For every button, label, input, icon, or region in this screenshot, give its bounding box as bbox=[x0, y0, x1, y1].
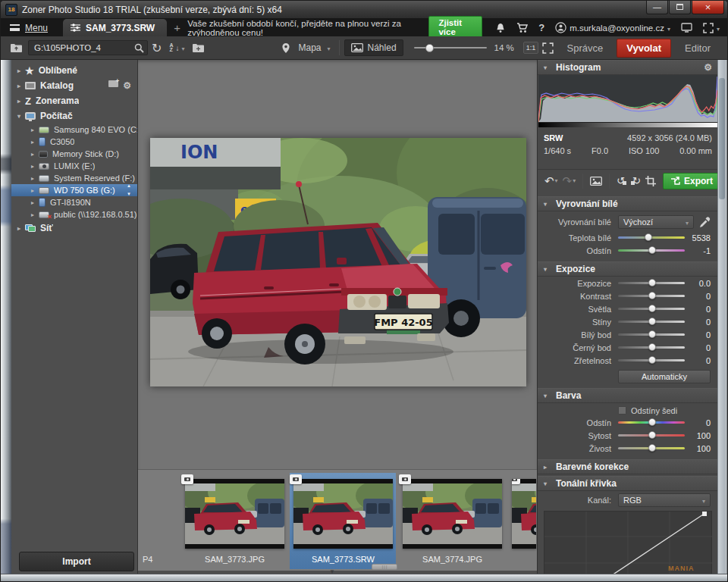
cart-button[interactable] bbox=[516, 23, 528, 33]
vibrance-slider[interactable] bbox=[618, 447, 685, 449]
black-point-row: Černý bod 0 bbox=[538, 341, 718, 354]
expand-arrow-icon[interactable] bbox=[17, 83, 25, 89]
help-button[interactable]: ? bbox=[538, 22, 544, 33]
search-icon[interactable] bbox=[134, 43, 144, 53]
tree-item-public-k[interactable]: × public (\\192.168.0.51) (K:) bbox=[11, 208, 137, 221]
new-folder-button[interactable] bbox=[192, 43, 205, 53]
mode-editor[interactable]: Editor bbox=[676, 39, 720, 57]
temperature-slider[interactable] bbox=[618, 236, 685, 239]
expand-arrow-icon[interactable] bbox=[17, 67, 25, 74]
tree-item-catalog[interactable]: Katalog bbox=[11, 78, 137, 93]
monitor-icon bbox=[681, 23, 692, 33]
phone-icon bbox=[39, 198, 46, 207]
rotate-right-button[interactable]: ↻ bbox=[631, 175, 641, 186]
new-tab-button[interactable]: + bbox=[167, 19, 187, 36]
panel-scrollbar-thumb[interactable] bbox=[719, 78, 725, 199]
tree-item-gt-i8190n[interactable]: GT-I8190N bbox=[11, 196, 137, 208]
import-button[interactable]: Import bbox=[19, 552, 134, 571]
color-corrections-header[interactable]: Barevné korekce bbox=[538, 459, 718, 474]
phone-icon bbox=[39, 137, 46, 146]
tree-item-drive-f[interactable]: System Reserved (F:) bbox=[11, 172, 137, 184]
fullscreen-menu[interactable] bbox=[703, 23, 720, 33]
filmstrip-scrollbar-thumb[interactable] bbox=[372, 564, 397, 570]
tree-item-drive-g-selected[interactable]: WD 750 GB (G:) ▲▼ bbox=[11, 184, 137, 196]
minimize-button[interactable]: — bbox=[646, 0, 668, 14]
compare-image-button[interactable] bbox=[590, 177, 602, 186]
path-input[interactable]: G:\105PHOTO_4 bbox=[28, 40, 148, 55]
hue-slider[interactable] bbox=[618, 421, 685, 424]
notifications-button[interactable] bbox=[495, 23, 506, 33]
main-menu-button[interactable]: Menu bbox=[1, 19, 57, 36]
tint-slider[interactable] bbox=[618, 249, 685, 252]
mode-develop[interactable]: Vyvolat bbox=[617, 39, 671, 58]
color-header[interactable]: Barva bbox=[538, 388, 718, 403]
sort-button[interactable]: AZ ↓ bbox=[169, 42, 184, 53]
panel-scrollbar[interactable] bbox=[717, 60, 725, 574]
expand-arrow-icon[interactable] bbox=[17, 98, 25, 105]
gear-icon[interactable] bbox=[704, 62, 712, 73]
white-point-slider[interactable] bbox=[618, 333, 685, 336]
tree-item-network[interactable]: Síť bbox=[11, 221, 137, 236]
zoom-100-button[interactable]: 1:1 bbox=[523, 42, 539, 54]
tree-item-drive-e[interactable]: LUMIX (E:) bbox=[11, 160, 137, 172]
gear-icon[interactable] bbox=[123, 80, 131, 91]
auto-button[interactable]: Automaticky bbox=[618, 370, 711, 383]
shadows-slider[interactable] bbox=[618, 321, 685, 323]
tree-item-favorites[interactable]: Oblíbené bbox=[11, 63, 137, 78]
zoom-slider[interactable] bbox=[414, 47, 487, 48]
map-mode-select[interactable]: Mapa bbox=[298, 42, 330, 53]
thumbnail-partial[interactable] bbox=[512, 479, 536, 549]
tree-item-computer[interactable]: Počítač bbox=[11, 108, 137, 124]
folder-up-button[interactable] bbox=[10, 43, 23, 53]
rotate-left-button[interactable]: ↺ bbox=[617, 175, 626, 186]
clarity-slider[interactable] bbox=[618, 359, 685, 361]
collapse-arrow-icon[interactable] bbox=[17, 113, 25, 120]
highlights-slider[interactable] bbox=[618, 308, 685, 310]
black-point-slider[interactable] bbox=[618, 346, 685, 349]
crop-button[interactable] bbox=[645, 176, 656, 186]
thumbnail-sam-3773-srw[interactable] bbox=[293, 479, 393, 549]
histogram-header[interactable]: Histogram bbox=[538, 60, 718, 75]
redo-button[interactable]: ↷ bbox=[563, 174, 576, 188]
eyedropper-icon[interactable] bbox=[699, 217, 711, 228]
exposure-slider[interactable] bbox=[618, 282, 685, 284]
thumbnail-sam-3773-jpg[interactable] bbox=[185, 479, 284, 549]
hamburger-icon bbox=[10, 24, 20, 31]
fit-to-screen-button[interactable] bbox=[542, 42, 554, 54]
map-pin-button[interactable] bbox=[281, 42, 290, 54]
close-button[interactable]: × bbox=[692, 0, 724, 14]
white-balance-header[interactable]: Vyrovnání bílé bbox=[538, 196, 718, 211]
grayscale-checkbox[interactable] bbox=[618, 406, 626, 415]
channel-select[interactable]: RGB bbox=[618, 493, 711, 507]
collapse-arrow-icon bbox=[544, 64, 551, 71]
contrast-slider[interactable] bbox=[618, 295, 685, 297]
tree-item-c3050[interactable]: C3050 bbox=[11, 136, 137, 148]
tree-item-drive-d[interactable]: Memory Stick (D:) bbox=[11, 148, 137, 160]
add-folder-icon[interactable] bbox=[108, 80, 118, 87]
preview-toggle[interactable]: Náhled bbox=[344, 39, 403, 56]
mode-manager[interactable]: Správce bbox=[558, 39, 613, 57]
browser-toolbar: G:\105PHOTO_4 ↻ AZ ↓ bbox=[1, 36, 727, 60]
maximize-button[interactable] bbox=[669, 0, 691, 14]
histogram-gradient-bar bbox=[538, 122, 717, 127]
zoom-slider-thumb[interactable] bbox=[425, 44, 434, 52]
preview-canvas[interactable]: ION eCh bbox=[138, 60, 537, 469]
saturation-slider[interactable] bbox=[618, 434, 685, 436]
eject-icon[interactable]: ▲▼ bbox=[127, 184, 131, 196]
undo-button[interactable]: ↶ bbox=[544, 174, 558, 188]
refresh-button[interactable]: ↻ bbox=[152, 41, 162, 55]
highlights-row: Světla 0 bbox=[538, 302, 718, 315]
photo-preview[interactable]: ION eCh bbox=[150, 138, 526, 386]
second-monitor-button[interactable] bbox=[681, 23, 692, 33]
account-menu[interactable]: m.surkala@oxyonline.cz bbox=[555, 22, 670, 33]
sliders-icon bbox=[71, 23, 80, 32]
tab-sam-3773-srw[interactable]: SAM_3773.SRW bbox=[63, 19, 167, 36]
thumbnail-sam-3774-jpg[interactable] bbox=[403, 479, 502, 549]
wb-preset-select[interactable]: Výchozí bbox=[618, 215, 694, 229]
tone-curve-header[interactable]: Tonální křivka bbox=[538, 476, 718, 491]
tree-item-zonerama[interactable]: Zonerama bbox=[11, 93, 137, 108]
export-button[interactable]: Export bbox=[663, 173, 718, 189]
exposure-header[interactable]: Expozice bbox=[538, 261, 718, 277]
tree-item-drive-c[interactable]: Samsung 840 EVO (C:) bbox=[11, 124, 137, 136]
expand-arrow-icon[interactable] bbox=[17, 225, 25, 232]
